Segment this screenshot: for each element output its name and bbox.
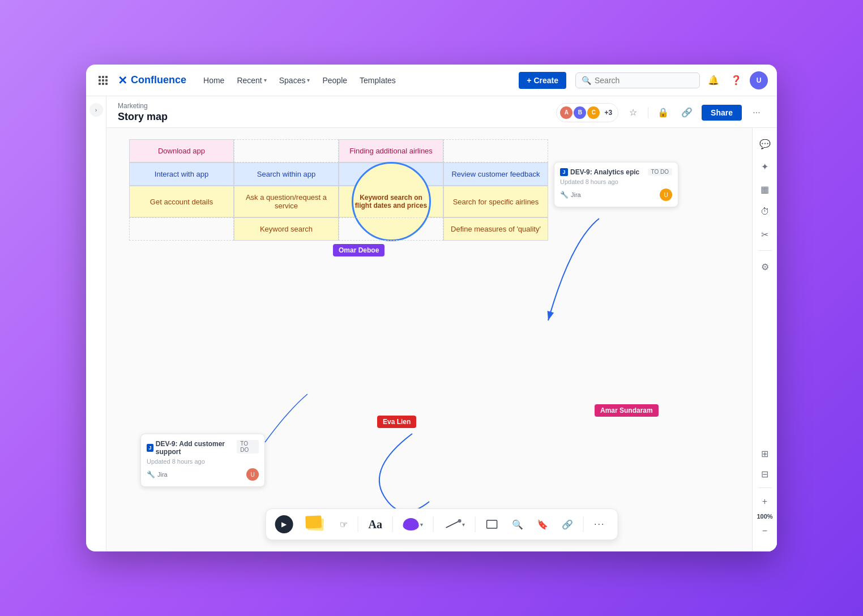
cursor-icon: ☞ (340, 519, 348, 530)
topnav: ✕ Confluence Home Recent ▾ Spaces ▾ Peop… (86, 65, 777, 96)
scissors-toolbar-icon[interactable]: ✂ (756, 225, 774, 243)
avatar: A (559, 105, 574, 120)
cursor-tool[interactable]: ☞ (336, 517, 351, 532)
play-button[interactable]: ▶ (275, 515, 293, 533)
svg-point-11 (458, 519, 462, 523)
nav-recent[interactable]: Recent ▾ (231, 72, 272, 88)
clock-toolbar-icon[interactable]: ⏱ (756, 203, 774, 221)
jira-badge: TO DO (648, 168, 672, 176)
navigation-icon: 🔍 (512, 519, 523, 530)
breadcrumb-area: Marketing Story map (118, 102, 168, 123)
help-icon[interactable]: ❓ (727, 71, 745, 89)
tool-separator-2 (392, 516, 393, 532)
grid-cell-interact[interactable]: Interact with app (129, 162, 234, 186)
nav-people[interactable]: People (317, 72, 353, 88)
sticky-notes-icon (304, 516, 326, 533)
grid-cell-ask-question[interactable]: Ask a question/request a service (234, 186, 339, 217)
text-tool[interactable]: Aa (365, 516, 386, 533)
search-icon: 🔍 (582, 76, 591, 85)
jira-card-customer-support[interactable]: J DEV-9: Add customer support TO DO Upda… (140, 434, 265, 487)
line-tool[interactable]: ▾ (441, 516, 468, 532)
tool-separator-5 (583, 516, 584, 532)
jira-badge-2: TO DO (237, 440, 259, 454)
jira-source-icon: 🔧 (560, 191, 569, 199)
sidebar-toggle[interactable]: › (89, 103, 103, 117)
jira-footer-2: 🔧 Jira U (147, 468, 259, 481)
create-button[interactable]: + Create (519, 72, 566, 89)
navigation-tool[interactable]: 🔍 (509, 517, 527, 532)
jira-icon: J (560, 168, 568, 176)
nav-home[interactable]: Home (198, 72, 230, 88)
shape-tool[interactable]: ▾ (400, 516, 426, 533)
toolbar-separator (758, 250, 772, 251)
search-box[interactable]: 🔍 (575, 72, 700, 88)
text-icon: Aa (369, 518, 382, 531)
lock-icon[interactable]: 🔒 (654, 104, 672, 122)
stamp-tool[interactable]: 🔖 (533, 517, 552, 532)
avatar: B (573, 105, 587, 120)
zoom-out-icon[interactable]: − (756, 522, 774, 540)
avatar: C (586, 105, 601, 120)
sticky-notes-tool[interactable] (300, 514, 330, 535)
line-dropdown-icon: ▾ (462, 521, 465, 528)
name-tag-amar: Amar Sundaram (595, 404, 659, 417)
expand-icon[interactable]: ⊞ (756, 444, 774, 463)
jira-source: 🔧 Jira (560, 191, 581, 199)
jira-updated-2: Updated 8 hours ago (147, 458, 259, 465)
collapse-icon[interactable]: ⊟ (756, 465, 774, 483)
grid-cell-download-app[interactable]: Download app (129, 139, 234, 162)
grid-cell-define-quality[interactable]: Define measures of 'quality' (443, 217, 548, 241)
jira-source-2: 🔧 Jira (147, 470, 168, 478)
nav-spaces[interactable]: Spaces ▾ (274, 72, 316, 88)
grid-cell-search-specific[interactable]: Search for specific airlines (443, 186, 548, 217)
svg-rect-8 (105, 83, 108, 85)
sparkle-toolbar-icon[interactable]: ✦ (756, 157, 774, 176)
link-tool[interactable]: 🔗 (558, 517, 576, 532)
collaborators[interactable]: A B C +3 (556, 103, 618, 122)
notifications-icon[interactable]: 🔔 (704, 71, 723, 89)
search-input[interactable] (595, 76, 694, 85)
right-toolbar: 💬 ✦ ▦ ⏱ ✂ ⚙ ⊞ ⊟ + 100% − (752, 128, 777, 551)
user-avatar[interactable]: U (750, 71, 768, 89)
nav-templates[interactable]: Templates (354, 72, 401, 88)
grid-cell-empty-1-4 (443, 139, 548, 162)
left-sidebar: › (86, 96, 106, 551)
link-icon[interactable]: 🔗 (678, 104, 696, 122)
rectangle-tool[interactable] (482, 517, 502, 532)
chevron-down-icon: ▾ (264, 77, 267, 83)
table-toolbar-icon[interactable]: ▦ (756, 180, 774, 198)
jira-card-analytics[interactable]: J DEV-9: Analytics epic TO DO Updated 8 … (554, 162, 678, 207)
collab-count: +3 (604, 109, 612, 117)
toolbar-separator-2 (758, 487, 772, 488)
zoom-in-icon[interactable]: + (756, 493, 774, 511)
zoom-level: 100% (757, 513, 772, 520)
confluence-logo[interactable]: ✕ Confluence (113, 74, 191, 87)
grid-cell-keyword-flight[interactable]: Keyword search on flight dates and price… (339, 186, 443, 217)
grid-cell-review-feedback[interactable]: Review customer feedback (443, 162, 548, 186)
grid-cell-finding-airlines[interactable]: Finding additional airlines (339, 139, 443, 162)
page-header: Marketing Story map A B C +3 ☆ 🔒 🔗 Share (106, 96, 777, 128)
canvas-wrapper[interactable]: Download app Finding additional airlines… (106, 128, 777, 551)
more-tools[interactable]: ··· (591, 517, 608, 532)
grid-menu-icon[interactable] (95, 72, 111, 88)
chevron-down-icon: ▾ (307, 77, 310, 83)
shape-dropdown-icon: ▾ (420, 521, 423, 528)
header-right: A B C +3 ☆ 🔒 🔗 Share ··· (556, 103, 766, 122)
grid-cell-account-details[interactable]: Get account details (129, 186, 234, 217)
more-options-icon[interactable]: ··· (747, 104, 766, 122)
settings-toolbar-icon[interactable]: ⚙ (756, 258, 774, 276)
svg-rect-3 (99, 79, 101, 82)
share-button[interactable]: Share (702, 105, 742, 121)
tool-separator-1 (358, 516, 358, 532)
page-title: Story map (118, 111, 168, 123)
link-icon-bottom: 🔗 (562, 519, 573, 530)
nav-right: 🔍 🔔 ❓ U (575, 71, 768, 89)
name-tag-eva: Eva Lien (377, 416, 416, 428)
comment-toolbar-icon[interactable]: 💬 (756, 135, 774, 153)
svg-rect-5 (105, 79, 108, 82)
grid-cell-keyword-search[interactable]: Keyword search (234, 217, 339, 241)
svg-rect-2 (105, 76, 108, 78)
grid-cell-search-within[interactable]: Search within app (234, 162, 339, 186)
logo-icon: ✕ (118, 74, 127, 87)
star-icon[interactable]: ☆ (624, 104, 642, 122)
